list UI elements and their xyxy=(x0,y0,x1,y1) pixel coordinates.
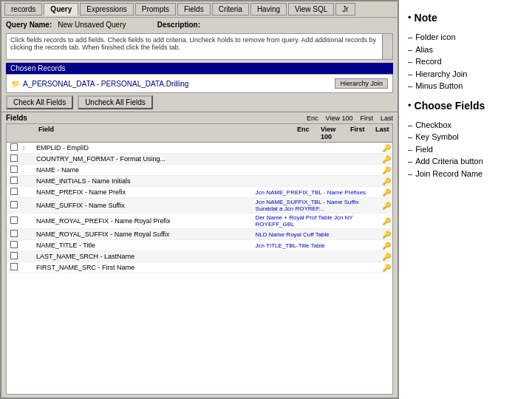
row-join-6[interactable]: Der Name + Royal Prof Table Jcn NY ROYEF… xyxy=(256,214,378,228)
section-gap: • Choose Fields –Checkbox–Key Symbol–Fie… xyxy=(408,100,523,180)
row-icon-10: 🔑 xyxy=(381,264,391,272)
table-row: NAME_INITIALS - Name Initials 🔑 xyxy=(7,176,392,187)
chosen-records-body: 📁 A_PERSONAL_DATA - PERSONAL_DATA.Drilli… xyxy=(6,74,393,93)
dash-2: – xyxy=(408,55,412,68)
fields-controls: Enc View 100 First Last xyxy=(307,115,393,122)
row-icon-8: 🔑 xyxy=(381,242,391,250)
choose-dash-0: – xyxy=(408,119,412,132)
note-item: –Record xyxy=(408,55,523,68)
note-item-text-1: Alias xyxy=(415,44,433,56)
col-view: View 100 xyxy=(318,125,345,141)
row-field-3: NAME_INITIALS - Name Initials xyxy=(36,177,200,185)
row-checkbox-3[interactable] xyxy=(8,177,20,185)
row-checkbox-4[interactable] xyxy=(8,188,20,197)
row-join-4[interactable]: Jcn NAME_PREFIX_TBL - Name Prefixes xyxy=(256,189,378,196)
bullet-dot: • xyxy=(408,12,412,24)
desc-label: Description: xyxy=(157,21,200,29)
row-checkbox-6[interactable] xyxy=(8,216,20,225)
choose-item: –Join Record Name xyxy=(408,168,523,180)
table-row: LAST_NAME_SRCH - LastName 🔑 xyxy=(7,251,392,262)
row-icon-2: 🔑 xyxy=(381,166,391,174)
record-name: A_PERSONAL_DATA - PERSONAL_DATA.Drilling xyxy=(23,80,188,88)
col-check xyxy=(8,125,20,141)
chosen-records-header: Chosen Records xyxy=(6,63,393,74)
row-field-7: NAME_ROYAL_SUFFIX - Name Royal Suffix xyxy=(36,231,200,238)
query-name-label: Query Name: xyxy=(6,21,52,29)
row-checkbox-0[interactable] xyxy=(8,143,20,152)
tab-viewsql[interactable]: View SQL xyxy=(288,3,334,16)
fields-table-header: Field Enc View 100 First Last xyxy=(7,124,392,143)
row-icon-0: 🔑 xyxy=(381,144,391,152)
row-checkbox-1[interactable] xyxy=(8,154,20,163)
tab-prompts[interactable]: Prompts xyxy=(135,3,176,16)
dash-0: – xyxy=(408,31,412,44)
row-field-0: EMPLID - EmplID xyxy=(36,144,200,151)
table-row: COUNTRY_NM_FORMAT - Format Using... 🔑 xyxy=(7,154,392,165)
note-item-text-2: Record xyxy=(415,55,441,68)
row-checkbox-8[interactable] xyxy=(8,241,20,250)
tab-fields[interactable]: Fields xyxy=(177,3,211,16)
choose-item: –Checkbox xyxy=(408,119,523,132)
row-icon-6: 🔑 xyxy=(381,217,391,225)
col-key xyxy=(23,125,33,141)
help-text-content: Click fields records to add fields. Chec… xyxy=(10,36,376,51)
tab-query[interactable]: Query xyxy=(44,3,78,16)
choose-item-text-0: Checkbox xyxy=(415,119,451,132)
col-last: Last xyxy=(373,125,391,141)
col-first: First xyxy=(348,125,370,141)
query-name-row: Query Name: New Unsaved Query Descriptio… xyxy=(1,18,398,32)
scroll-bar[interactable] xyxy=(382,34,392,59)
query-name-value: New Unsaved Query xyxy=(58,21,151,29)
choose-fields-title: Choose Fields xyxy=(415,100,485,112)
note-item-text-4: Minus Button xyxy=(415,80,463,92)
row-field-5: NAME_SUFFIX - Name Suffix xyxy=(36,202,200,209)
check-all-button[interactable]: Check All Fields xyxy=(6,95,73,109)
table-row: NAME_PREFIX - Name Prefix Jcn NAME_PREFI… xyxy=(7,187,392,198)
row-checkbox-9[interactable] xyxy=(8,252,20,261)
row-field-2: NAME - Name xyxy=(36,166,200,174)
choose-item: –Field xyxy=(408,143,523,156)
table-row: FIRST_NAME_SRC - First Name 🔑 xyxy=(7,262,392,273)
note-item-text-3: Hierarchy Join xyxy=(415,68,467,81)
dash-3: – xyxy=(408,68,412,81)
row-field-9: LAST_NAME_SRCH - LastName xyxy=(36,253,200,260)
row-checkbox-2[interactable] xyxy=(8,166,20,174)
row-icon-1: 🔑 xyxy=(381,155,391,163)
first-label: First xyxy=(360,115,373,122)
row-checkbox-10[interactable] xyxy=(8,263,20,272)
row-join-5[interactable]: Jcn NAME_SUFFIX_TBL - Name Suffix Suratd… xyxy=(256,199,378,212)
note-section: • Note xyxy=(408,12,523,28)
choose-dash-4: – xyxy=(408,168,412,180)
dash-4: – xyxy=(408,80,412,92)
row-field-8: NAME_TITLE - Title xyxy=(36,242,200,249)
choose-item: –Key Symbol xyxy=(408,131,523,143)
choose-dash-2: – xyxy=(408,143,412,156)
enc-label: Enc xyxy=(307,115,318,122)
row-checkbox-5[interactable] xyxy=(8,201,20,210)
choose-item-text-4: Join Record Name xyxy=(415,168,482,180)
row-checkbox-7[interactable] xyxy=(8,230,20,239)
view-label: View 100 xyxy=(326,115,353,122)
row-icon-9: 🔑 xyxy=(381,253,391,261)
uncheck-all-button[interactable]: Uncheck All Fields xyxy=(78,95,153,109)
row-field-10: FIRST_NAME_SRC - First Name xyxy=(36,264,200,271)
note-item: –Hierarchy Join xyxy=(408,68,523,81)
last-label: Last xyxy=(381,115,393,122)
hierarchy-join-button[interactable]: Hierarchy Join xyxy=(335,78,388,89)
fields-section-header: Fields Enc View 100 First Last xyxy=(1,112,398,123)
app-panel: records Query Expressions Prompts Fields… xyxy=(0,0,399,399)
tab-having[interactable]: Having xyxy=(250,3,287,16)
row-join-8[interactable]: Jcn TITLE_TBL-Title Table xyxy=(256,242,378,249)
tab-expressions[interactable]: Expressions xyxy=(80,3,133,16)
tab-records[interactable]: records xyxy=(4,3,42,16)
choose-dash-3: – xyxy=(408,155,412,168)
choose-items: –Checkbox–Key Symbol–Field–Add Criteria … xyxy=(408,119,523,180)
record-row: 📁 A_PERSONAL_DATA - PERSONAL_DATA.Drilli… xyxy=(11,78,388,89)
table-row: I EMPLID - EmplID 🔑 xyxy=(7,143,392,154)
tab-criteria[interactable]: Criteria xyxy=(212,3,249,16)
tab-jr[interactable]: Jr xyxy=(335,3,355,16)
nav-bar: records Query Expressions Prompts Fields… xyxy=(1,1,398,18)
row-icon-4: 🔑 xyxy=(381,188,391,197)
fields-rows: I EMPLID - EmplID 🔑 COUNTRY_NM_FORMAT - … xyxy=(7,143,392,273)
row-join-7[interactable]: NLD Name Royal Cuff Table xyxy=(256,231,378,238)
